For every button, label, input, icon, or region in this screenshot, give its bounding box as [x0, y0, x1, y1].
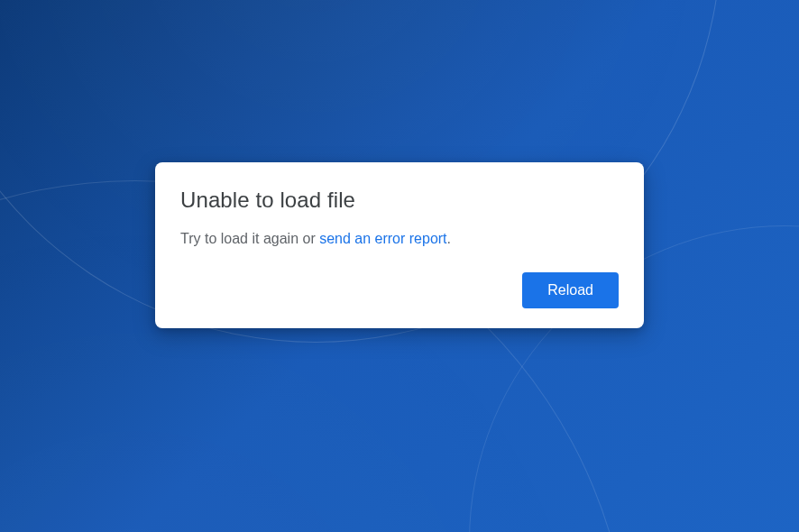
error-dialog: Unable to load file Try to load it again… [155, 162, 644, 328]
dialog-actions: Reload [180, 272, 619, 308]
dialog-title: Unable to load file [180, 188, 619, 213]
send-error-report-link[interactable]: send an error report [319, 231, 446, 246]
message-suffix: . [447, 231, 451, 246]
dialog-message: Try to load it again or send an error re… [180, 231, 619, 247]
reload-button[interactable]: Reload [522, 272, 619, 308]
message-prefix: Try to load it again or [180, 231, 319, 246]
